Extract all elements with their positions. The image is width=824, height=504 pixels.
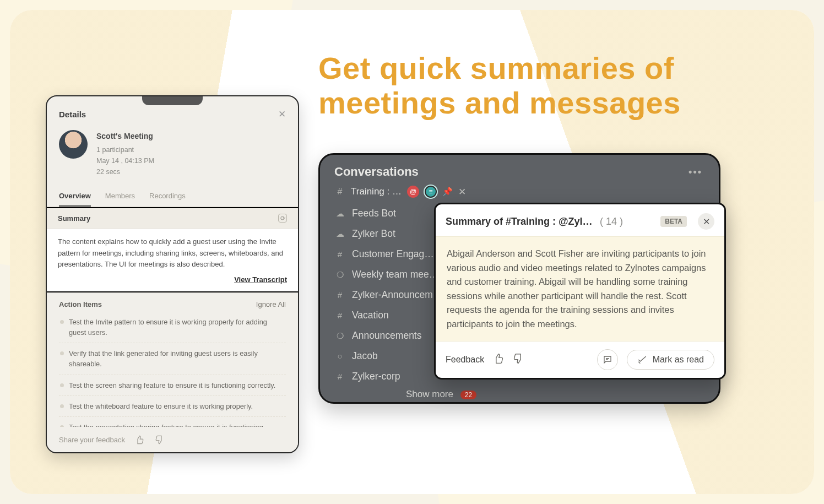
conversations-title: Conversations	[334, 165, 419, 179]
summary-text: The content explains how to quickly add …	[46, 229, 299, 273]
hash-icon: #	[334, 372, 345, 381]
tab-members[interactable]: Members	[105, 187, 135, 207]
conversation-label: Zylker-corp	[352, 371, 400, 382]
open-chat-icon[interactable]	[597, 349, 618, 370]
close-channel-icon[interactable]: ✕	[458, 186, 466, 198]
thumbs-down-icon[interactable]	[513, 353, 524, 366]
tab-overview[interactable]: Overview	[59, 187, 91, 207]
hash-icon: #	[334, 187, 345, 197]
meeting-duration: 22 secs	[96, 166, 154, 177]
meeting-datetime: May 14 , 04:13 PM	[96, 155, 154, 166]
more-icon[interactable]: •••	[689, 166, 702, 178]
close-icon[interactable]: ✕	[698, 213, 714, 230]
pin-icon[interactable]: 📌	[442, 187, 453, 197]
action-item: Test the whiteboard feature to ensure it…	[59, 395, 286, 416]
close-icon[interactable]: ✕	[278, 109, 286, 120]
conversation-label: Customer Engag…	[352, 248, 434, 260]
active-channel-name: Training : …	[351, 186, 402, 197]
beta-badge: BETA	[660, 216, 687, 227]
link-icon: ❍	[334, 331, 345, 341]
summary-label: Summary	[58, 214, 90, 223]
conversation-label: Weekly team mee…	[352, 269, 438, 280]
meeting-details-card: Details ✕ Scott's Meeting 1 participant …	[46, 95, 299, 453]
action-item: Test the screen sharing feature to ensur…	[59, 375, 286, 395]
mark-as-read-label: Mark as read	[653, 355, 704, 365]
details-title: Details	[59, 110, 86, 119]
show-more-link[interactable]: Show more	[406, 389, 453, 399]
feedback-label: Feedback	[446, 355, 484, 365]
phone-notch	[142, 96, 203, 105]
popup-title: Summary of #Training : @Zyln…	[446, 216, 594, 227]
action-item: Verify that the link generated for invit…	[59, 343, 286, 374]
popup-summary-text: Abigail Anderson and Scott Fisher are in…	[436, 236, 724, 342]
conversation-label: Jacob	[352, 350, 378, 362]
summary-trigger-icon[interactable]: ≡	[425, 186, 437, 198]
participant-count: 1 participant	[96, 144, 154, 155]
channel-summary-popup: Summary of #Training : @Zyln… ( 14 ) BET…	[434, 203, 726, 380]
mark-as-read-button[interactable]: Mark as read	[627, 350, 714, 370]
meeting-name: Scott's Meeting	[96, 130, 154, 142]
bot-icon: ☁	[334, 229, 345, 239]
presence-icon: ○	[334, 351, 345, 361]
mention-badge-icon[interactable]: @	[407, 186, 419, 198]
headline: Get quick summaries of meetings and mess…	[318, 51, 781, 120]
bot-icon: ☁	[334, 209, 345, 219]
details-tabs: Overview Members Recordings	[47, 185, 298, 207]
conversation-label: Feeds Bot	[352, 208, 396, 219]
hash-icon: #	[334, 290, 345, 300]
thumbs-up-icon[interactable]	[493, 353, 504, 366]
conversation-label: Zylker-Announcem…	[352, 289, 442, 301]
tab-recordings[interactable]: Recordings	[149, 187, 186, 207]
host-avatar	[59, 130, 88, 159]
view-transcript-link[interactable]: View Transcript	[234, 275, 287, 284]
unread-badge: 22	[460, 391, 476, 399]
link-icon: ❍	[334, 270, 345, 280]
thumbs-up-icon[interactable]	[135, 435, 145, 445]
action-items-label: Action Items	[59, 300, 102, 308]
conversation-label: Vacation	[352, 310, 389, 321]
thumbs-down-icon[interactable]	[155, 435, 165, 445]
feedback-prompt: Share your feedback	[59, 436, 125, 444]
conversation-label: Announcements	[352, 330, 421, 342]
action-item: Test the Invite pattern to ensure it is …	[59, 312, 286, 343]
conversation-label: Zylker Bot	[352, 228, 395, 240]
summary-block: Summary ⟳ The content explains how to qu…	[46, 207, 299, 292]
hash-icon: #	[334, 250, 345, 259]
ignore-all-link[interactable]: Ignore All	[256, 300, 286, 308]
active-channel-row[interactable]: # Training : … @ ≡ 📌 ✕	[334, 183, 719, 202]
hash-icon: #	[334, 311, 345, 320]
popup-message-count: ( 14 )	[600, 216, 623, 227]
regenerate-icon[interactable]: ⟳	[278, 214, 287, 223]
